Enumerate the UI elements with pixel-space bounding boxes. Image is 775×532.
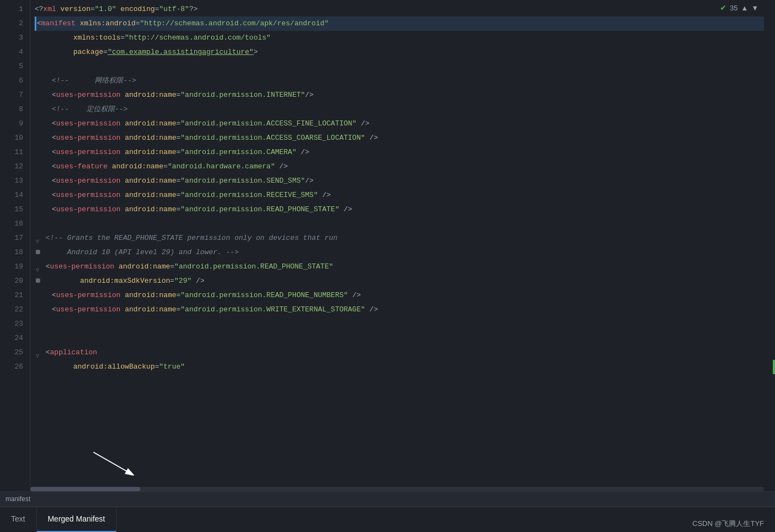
code-line-8: <!-- 定位权限--> <box>35 102 775 117</box>
code-line-19: ▽ <uses-permission android:name="android… <box>35 260 775 274</box>
code-line-23 <box>35 317 775 331</box>
code-line-18: Android 10 (API level 29) and lower. --> <box>35 245 775 260</box>
line-num-14: 14 <box>0 188 30 202</box>
tab-merged-manifest[interactable]: Merged Manifest <box>37 507 117 533</box>
scrollbar-area[interactable] <box>0 486 775 491</box>
code-line-1: <?xml version="1.0" encoding="utf-8"?> <box>35 2 775 17</box>
code-line-2: <manifest xmlns:android="http://schemas.… <box>35 17 775 31</box>
scrollbar-thumb[interactable] <box>30 487 140 491</box>
code-line-21: <uses-permission android:name="android.p… <box>35 288 775 303</box>
line-num-20: 20 <box>0 274 30 288</box>
code-line-7: <uses-permission android:name="android.p… <box>35 88 775 102</box>
line-num-25: 25 <box>0 345 30 360</box>
code-line-13: <uses-permission android:name="android.p… <box>35 174 775 188</box>
modified-bar <box>35 17 36 31</box>
tab-text[interactable]: Text <box>0 507 37 533</box>
horizontal-scrollbar[interactable] <box>30 487 764 491</box>
line-num-13: 13 <box>0 174 30 188</box>
code-line-12: <uses-feature android:name="android.hard… <box>35 160 775 174</box>
code-line-17: ▽ <!-- Grants the READ_PHONE_STATE permi… <box>35 231 775 245</box>
code-lines[interactable]: <?xml version="1.0" encoding="utf-8"?> <… <box>30 0 775 486</box>
line-num-19: 19 <box>0 260 30 274</box>
line-num-8: 8 <box>0 102 30 117</box>
code-line-22: <uses-permission android:name="android.p… <box>35 303 775 317</box>
editor-area: ✔ 35 ▲ ▼ 1 2 3 4 5 6 7 8 9 10 11 12 13 1… <box>0 0 775 532</box>
watermark: CSDN @飞腾人生TYF <box>692 519 764 529</box>
line-num-9: 9 <box>0 117 30 131</box>
code-line-4: package="com.example.assistingagricultur… <box>35 45 775 59</box>
code-line-11: <uses-permission android:name="android.p… <box>35 145 775 160</box>
code-line-9: <uses-permission android:name="android.p… <box>35 117 775 131</box>
code-line-3: xmlns:tools="http://schemas.android.com/… <box>35 31 775 45</box>
line-num-18: 18 <box>0 245 30 260</box>
line-num-6: 6 <box>0 74 30 88</box>
right-gutter <box>764 0 775 486</box>
line-num-21: 21 <box>0 288 30 303</box>
line-num-23: 23 <box>0 317 30 331</box>
code-line-14: <uses-permission android:name="android.p… <box>35 188 775 202</box>
code-line-15: <uses-permission android:name="android.p… <box>35 202 775 217</box>
line-num-24: 24 <box>0 331 30 345</box>
line-num-22: 22 <box>0 303 30 317</box>
change-indicator <box>773 360 775 374</box>
breadcrumb-manifest: manifest <box>6 495 30 503</box>
code-line-25: ▽ <application | <box>35 345 775 360</box>
line-num-17: 17 <box>0 231 30 245</box>
line-num-7: 7 <box>0 88 30 102</box>
line-num-10: 10 <box>0 131 30 145</box>
line-num-3: 3 <box>0 31 30 45</box>
line-num-15: 15 <box>0 202 30 217</box>
line-num-11: 11 <box>0 145 30 160</box>
code-line-5 <box>35 59 775 74</box>
line-num-1: 1 <box>0 2 30 17</box>
code-line-16 <box>35 217 775 231</box>
line-num-26: 26 <box>0 360 30 374</box>
line-num-12: 12 <box>0 160 30 174</box>
line-numbers: 1 2 3 4 5 6 7 8 9 10 11 12 13 14 15 16 1… <box>0 0 30 486</box>
code-line-20: android:maxSdkVersion="29" /> <box>35 274 775 288</box>
code-line-10: <uses-permission android:name="android.p… <box>35 131 775 145</box>
code-line-6: <!-- 网络权限--> <box>35 74 775 88</box>
line-num-4: 4 <box>0 45 30 59</box>
line-num-5: 5 <box>0 59 30 74</box>
code-container: 1 2 3 4 5 6 7 8 9 10 11 12 13 14 15 16 1… <box>0 0 775 486</box>
code-line-24 <box>35 331 775 345</box>
breadcrumb-bar: manifest <box>0 491 775 507</box>
code-line-26: android:allowBackup="true" <box>35 360 775 374</box>
bottom-tabs: Text Merged Manifest CSDN @飞腾人生TYF <box>0 507 775 532</box>
line-num-2: 2 <box>0 17 30 31</box>
line-num-16: 16 <box>0 217 30 231</box>
